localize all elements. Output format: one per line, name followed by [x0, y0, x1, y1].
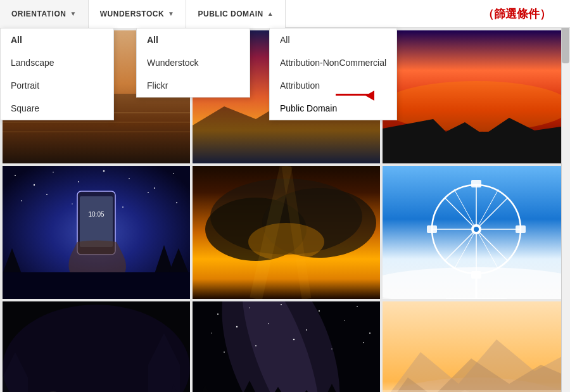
- image-cell-9[interactable]: 道道の橋: [383, 301, 570, 392]
- public-domain-item-public-domain[interactable]: Public Domain: [270, 97, 396, 120]
- svg-rect-53: [427, 225, 437, 233]
- svg-point-21: [46, 194, 48, 195]
- svg-point-73: [319, 310, 320, 312]
- svg-point-25: [148, 192, 149, 193]
- image-cell-7[interactable]: [3, 301, 190, 392]
- image-cell-5[interactable]: [193, 166, 380, 299]
- svg-point-77: [268, 323, 269, 324]
- wunderstock-item-wunderstock[interactable]: Wunderstock: [137, 51, 250, 74]
- wunderstock-dropdown-btn[interactable]: WUNDERSTOCK ▼: [89, 0, 187, 28]
- svg-point-74: [357, 306, 358, 307]
- svg-point-79: [344, 320, 345, 321]
- public-domain-menu: All Attribution-NonCommercial Attributio…: [269, 28, 397, 120]
- svg-rect-29: [80, 196, 113, 247]
- image-cell-8[interactable]: [193, 301, 380, 392]
- svg-rect-34: [3, 272, 190, 299]
- svg-point-84: [331, 348, 332, 350]
- svg-point-75: [211, 332, 212, 334]
- svg-point-19: [173, 173, 174, 174]
- public-domain-label: PUBLIC DOMAIN: [198, 9, 263, 18]
- wunderstock-item-all[interactable]: All: [137, 28, 250, 51]
- svg-point-24: [122, 206, 124, 208]
- svg-point-85: [363, 342, 364, 343]
- image-cell-3[interactable]: [383, 30, 570, 163]
- svg-point-20: [21, 200, 22, 201]
- image-cell-4[interactable]: 10:05: [3, 166, 190, 299]
- public-domain-item-attribution-nc[interactable]: Attribution-NonCommercial: [270, 51, 396, 74]
- orientation-menu: All Landscape Portrait Square: [0, 28, 114, 120]
- public-domain-item-all[interactable]: All: [270, 28, 396, 51]
- wunderstock-item-flickr[interactable]: Flickr: [137, 74, 250, 97]
- svg-point-14: [53, 172, 54, 173]
- svg-point-76: [236, 326, 238, 327]
- svg-point-56: [474, 227, 479, 232]
- orientation-item-all[interactable]: All: [1, 28, 113, 51]
- svg-point-71: [249, 307, 250, 308]
- svg-point-18: [154, 187, 155, 189]
- toolbar: ORIENTATION ▼ WUNDERSTOCK ▼ PUBLIC DOMAI…: [0, 0, 570, 28]
- orientation-dropdown-btn[interactable]: ORIENTATION ▼: [0, 0, 89, 28]
- svg-point-17: [129, 178, 130, 179]
- public-domain-item-attribution[interactable]: Attribution: [270, 74, 396, 97]
- svg-point-78: [306, 329, 307, 331]
- public-domain-chevron-icon: ▲: [267, 10, 274, 17]
- svg-rect-54: [516, 225, 526, 233]
- svg-point-70: [217, 313, 218, 315]
- svg-point-80: [369, 332, 370, 334]
- svg-point-83: [293, 339, 295, 341]
- svg-point-15: [78, 181, 79, 182]
- image-cell-6[interactable]: [383, 166, 570, 299]
- orientation-item-square[interactable]: Square: [1, 97, 113, 120]
- arrow-annotation: [336, 94, 374, 96]
- svg-text:10:05: 10:05: [88, 211, 104, 218]
- svg-point-82: [255, 345, 256, 346]
- svg-point-26: [176, 202, 177, 203]
- wunderstock-label: WUNDERSTOCK: [100, 9, 164, 18]
- orientation-item-landscape[interactable]: Landscape: [1, 51, 113, 74]
- svg-point-22: [72, 203, 73, 205]
- svg-point-72: [281, 304, 282, 305]
- orientation-item-portrait[interactable]: Portrait: [1, 74, 113, 97]
- svg-point-13: [34, 184, 35, 186]
- svg-point-81: [224, 351, 225, 353]
- annotation-label: （篩選條件）: [483, 0, 551, 28]
- svg-point-41: [248, 223, 324, 261]
- scrollbar-track[interactable]: [561, 0, 570, 392]
- svg-point-12: [15, 175, 16, 176]
- public-domain-dropdown-btn[interactable]: PUBLIC DOMAIN ▲: [186, 0, 286, 28]
- orientation-chevron-icon: ▼: [70, 10, 76, 17]
- orientation-label: ORIENTATION: [11, 9, 66, 18]
- wunderstock-chevron-icon: ▼: [168, 10, 174, 17]
- wunderstock-menu: All Wunderstock Flickr: [136, 28, 250, 98]
- svg-point-16: [103, 170, 105, 172]
- svg-rect-51: [471, 180, 481, 187]
- red-arrow-icon: [336, 94, 374, 96]
